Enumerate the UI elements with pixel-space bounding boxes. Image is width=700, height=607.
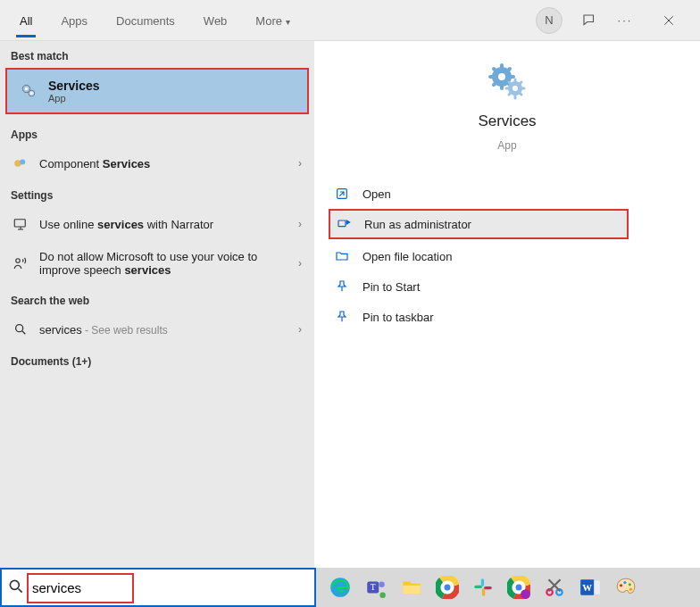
action-pin-to-start[interactable]: Pin to Start [314,271,700,302]
best-match-label: Best match [0,41,314,68]
settings-result-label: Do not allow Microsoft to use your voice… [39,250,288,277]
tab-documents[interactable]: Documents [104,4,188,37]
results-panel: Best match Services App Apps Component S… [0,41,314,607]
svg-point-10 [498,73,505,80]
user-avatar[interactable]: N [536,7,562,34]
tab-more[interactable]: More▾ [243,4,303,37]
taskbar-icon-teams[interactable]: T [362,574,389,601]
action-run-as-administrator[interactable]: Run as administrator [329,209,629,239]
taskbar-icon-chrome-profile[interactable] [505,574,532,601]
documents-section-label: Documents (1+) [0,346,314,373]
preview-panel: Services App Open Run as administrator [314,41,700,607]
svg-rect-30 [484,586,492,589]
taskbar-icon-paint[interactable] [612,574,639,601]
svg-rect-14 [338,220,346,227]
chevron-right-icon: › [298,157,302,170]
tab-all[interactable]: All [7,4,45,37]
svg-point-36 [521,589,530,599]
web-section-label: Search the web [0,286,314,312]
preview-title: Services [478,112,536,130]
svg-point-26 [444,584,452,592]
preview-subtitle: App [497,139,516,152]
taskbar: T W [0,568,700,607]
svg-point-20 [379,592,386,598]
shield-admin-icon [336,216,352,232]
svg-point-3 [30,92,33,95]
taskbar-icon-chrome[interactable] [434,574,461,601]
taskbar-search-box[interactable] [0,568,316,607]
svg-point-5 [20,160,25,165]
svg-rect-27 [481,578,484,586]
apps-section-label: Apps [0,120,314,146]
person-speech-icon [12,255,29,271]
tab-apps[interactable]: Apps [48,4,100,37]
svg-point-19 [379,582,385,588]
folder-location-icon [334,248,350,264]
svg-point-12 [512,86,518,91]
services-gear-icon [20,82,38,100]
svg-point-7 [16,259,21,263]
svg-text:W: W [582,582,592,593]
web-result-services[interactable]: services - See web results › [0,312,314,346]
open-icon [334,186,350,202]
taskbar-icon-snip[interactable] [541,574,568,601]
taskbar-icon-slack[interactable] [470,574,496,601]
best-match-title: Services [48,79,100,93]
svg-point-42 [620,584,622,586]
close-button[interactable] [652,4,686,37]
taskbar-icon-word[interactable]: W [577,574,604,601]
best-match-result[interactable]: Services App [5,68,309,114]
chevron-down-icon: ▾ [286,17,290,27]
taskbar-icon-file-explorer[interactable] [398,574,425,601]
svg-rect-41 [594,580,600,594]
action-open[interactable]: Open [314,179,700,209]
settings-result-label: Use online services with Narrator [39,218,288,231]
svg-point-44 [629,583,631,586]
web-result-label: services - See web results [39,323,288,337]
more-options-icon[interactable]: ··· [616,12,634,29]
search-icon [12,321,29,337]
search-tabs-bar: All Apps Documents Web More▾ N ··· [0,0,700,41]
tab-web[interactable]: Web [191,4,240,37]
settings-section-label: Settings [0,180,314,207]
settings-result-narrator[interactable]: Use online services with Narrator › [0,207,314,241]
action-pin-to-taskbar[interactable]: Pin to taskbar [314,302,700,332]
apps-result-component-services[interactable]: Component Services › [0,146,314,180]
feedback-icon[interactable] [580,12,598,29]
taskbar-icon-edge[interactable] [327,574,354,601]
svg-rect-6 [14,220,25,227]
search-tabs: All Apps Documents Web More▾ [7,4,303,37]
search-icon [7,578,27,597]
svg-point-45 [629,588,632,591]
search-input[interactable] [32,580,309,595]
svg-point-1 [25,87,28,90]
svg-point-43 [623,581,626,584]
pin-icon [334,279,350,295]
svg-rect-28 [474,586,482,588]
services-app-icon [486,61,529,104]
monitor-icon [12,216,29,232]
settings-result-speech[interactable]: Do not allow Microsoft to use your voice… [0,241,314,286]
action-open-file-location[interactable]: Open file location [314,241,700,271]
chevron-right-icon: › [298,323,302,336]
taskbar-tray: T W [316,568,700,607]
svg-rect-29 [482,588,485,596]
component-services-icon [12,155,29,171]
best-match-subtitle: App [48,93,100,104]
svg-point-15 [10,580,19,589]
svg-point-8 [16,325,23,332]
svg-text:T: T [371,582,376,592]
svg-point-35 [515,584,523,592]
chevron-right-icon: › [298,257,302,270]
apps-result-label: Component Services [39,157,288,170]
pin-icon [334,309,350,325]
svg-rect-21 [403,586,421,595]
chevron-right-icon: › [298,218,302,230]
